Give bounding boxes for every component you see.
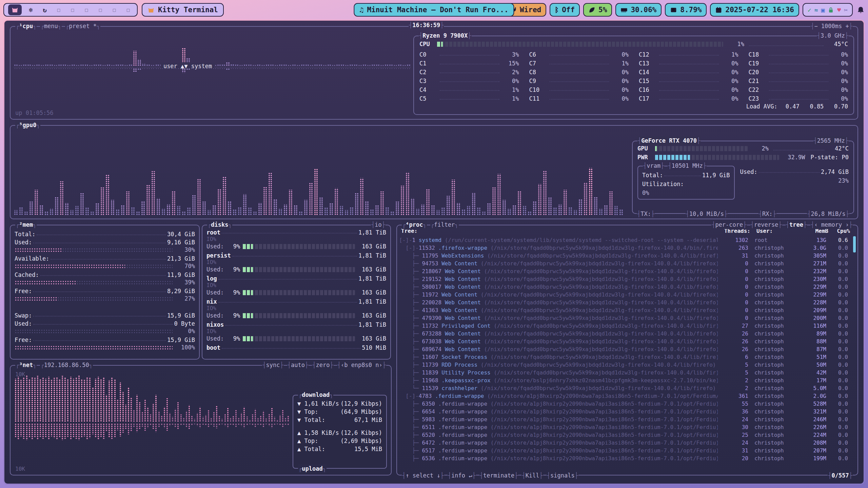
info-hint[interactable]: info ↵ [448,471,476,480]
process-row[interactable]: ├─ 6654 .ferdium-wrappe (/nix/store/a1pj… [399,408,852,415]
mem-meter-row: 70% [15,262,195,270]
process-row[interactable]: [-]-11532 .firefox-wrappe (/nix/store/fq… [399,244,852,252]
cpu-core-row: C140% [639,67,738,76]
process-row[interactable]: ├─ 11968 .keepassxc-prox (/nix/store/bsl… [399,377,852,384]
auto-tab[interactable]: auto [287,361,309,369]
interface-switcher[interactable]: ‹b enp8s0 n› [337,361,386,369]
process-row[interactable]: ├─ 6517 .ferdium-wrappe (/nix/store/a1pj… [399,447,852,454]
cpu-total-pct: 1% [727,41,744,47]
disk-module[interactable]: 8.79% [665,3,707,17]
cat-icon[interactable] [8,4,22,15]
check-tray-icon[interactable]: ✓ [808,6,811,14]
window-title-module[interactable]: Kitty Terminal [142,3,224,17]
process-row[interactable]: [-]-1 systemd (/run/current-system/syste… [399,236,852,244]
bluetooth-module[interactable]: ᛒOff [550,3,580,17]
process-row[interactable]: ├─ 6472 .ferdium-wrappe (/nix/store/a1pj… [399,439,852,447]
signals-hint[interactable]: signals [547,471,578,480]
process-row[interactable]: ├─ 689674 Web Content (/nix/store/fqadd0… [399,345,852,353]
process-row[interactable]: ├─ 11839 Utility Process (/nix/store/fqa… [399,369,852,377]
process-row[interactable]: ├─ 6511 .ferdium-wrappe (/nix/store/a1pj… [399,423,852,431]
process-row[interactable]: ├─ 6536 .ferdium-wrappe (/nix/store/a1pj… [399,454,852,462]
memory-tab[interactable]: ²mem [15,220,37,229]
zero-tab[interactable]: zero [312,361,333,369]
lock-tray-icon[interactable] [828,7,834,13]
ip-address-tab: 192.168.86.50 [40,361,93,369]
app-icon[interactable]: □ [123,5,133,15]
btop-app: ¹cpu menu preset * 16:36:59 − 1000ms + u… [4,21,864,484]
terminate-hint[interactable]: terminate [479,471,518,480]
clock-value: 2025-07-22 16:36 [725,6,794,14]
update-interval[interactable]: − 1000ms + [810,22,853,30]
cpu-graph-divider: user ▲▼ system [14,67,411,67]
per-core-tab[interactable]: per-core [711,220,747,229]
heart-tray-icon[interactable]: ♥ [837,6,841,14]
square-tray-icon[interactable]: ▣ [821,6,825,14]
preset-tab[interactable]: preset * [65,22,100,30]
cpu-panel-tabs: ¹cpu menu preset * [15,22,100,30]
sort-column-selector[interactable]: ‹ memory › [810,220,853,229]
mem-stat-row: Available:21,3 GiB [15,254,195,262]
scissors-tray-icon[interactable]: ✂ [844,6,848,14]
process-row[interactable]: ├─ 11732 Privileged Cont (/nix/store/fqa… [399,322,852,330]
bell-icon[interactable] [857,6,865,14]
vram-used-row: Used: 2,74 GiB [740,166,849,175]
memory-module[interactable]: 30.06% [615,3,662,17]
app-icon[interactable]: □ [96,5,105,15]
app-icon[interactable]: □ [68,5,77,15]
vram-used-leader [759,172,820,173]
process-row[interactable]: ├─ 673288 Web Content (/nix/store/fqadd0… [399,330,852,338]
process-row[interactable]: ├─ 11607 Socket Process (/nix/store/fqad… [399,353,852,361]
process-row[interactable]: ├─ 11972 Web Content (/nix/store/fqadd0b… [399,291,852,299]
app-icon[interactable]: □ [54,5,63,15]
app-icon[interactable]: □ [82,5,91,15]
process-row[interactable]: ├─ 219152 Web Content (/nix/store/fqadd0… [399,275,852,283]
cpu-tab[interactable]: ¹cpu [15,22,37,30]
process-row[interactable]: ├─ 6520 .ferdium-wrappe (/nix/store/a1pj… [399,431,852,439]
upload-stats: ▲ 1,58 KiB/s(12,6 Kibps)▲ Top:(2,69 Mibp… [297,429,382,453]
process-row[interactable]: ├─ 41363 Web Content (/nix/store/fqadd0b… [399,306,852,314]
wave-tray-icon[interactable]: ≈ [814,6,818,14]
process-row[interactable]: ├─ 5983 .ferdium-wrappe (/nix/store/a1pj… [399,415,852,423]
bluetooth-icon: ᛒ [555,6,559,13]
kill-hint[interactable]: Kill [521,471,543,480]
clock-module[interactable]: 2025-07-22 16:36 [710,3,799,17]
reverse-tab[interactable]: reverse [750,220,782,229]
vram-total-leader [664,176,701,176]
proc-tab[interactable]: ⁴proc [402,220,427,229]
process-row[interactable]: └─ 11539 crashhelper (/nix/store/fqadd0b… [399,384,852,392]
app-icon[interactable]: □ [110,5,119,15]
music-module[interactable]: ♫ Minuit Machine – Don't Run Fro... [354,3,514,17]
select-hint[interactable]: ↑ select ↓ [402,471,444,480]
process-row[interactable]: ├─ 479390 Web Content (/nix/store/fqadd0… [399,314,852,322]
process-row[interactable]: ├─ 11795 WebExtensions (/nix/store/fqadd… [399,252,852,260]
gpu-usage-graph [14,130,624,215]
net-tab[interactable]: ³net [15,361,37,369]
process-row[interactable]: ├─ 580017 Web Content (/nix/store/fqadd0… [399,283,852,291]
disks-tab[interactable]: disks [207,220,232,229]
disks-panel: disks io root1,81 TiBIO%Used:9%163 GiBpe… [202,225,391,360]
process-row[interactable]: ├─ 218067 Web Content (/nix/store/fqadd0… [399,267,852,275]
process-scrollbar[interactable] [853,236,856,469]
process-row[interactable]: [-]-4783 .ferdium-wrappe (/nix/store/a1p… [399,392,852,400]
mem-meter-row: 100% [15,343,195,351]
process-row[interactable]: ├─ 94753 Web Content (/nix/store/fqadd0b… [399,260,852,267]
refresh-icon[interactable]: ↻ [40,5,50,15]
gpu-tab[interactable]: ⁵gpu0 [15,121,40,129]
menu-tab[interactable]: menu [40,22,61,30]
tree-tab[interactable]: tree [786,220,807,229]
disk-entry: log1,81 TiBIO%Used:9%163 GiB [206,275,386,296]
filter-tab[interactable]: filter [430,220,459,229]
gpu-model-tabs: GeForce RTX 4070 [637,136,701,145]
snowflake-icon[interactable]: ❄ [26,5,36,15]
process-row[interactable]: ├─ 11739 RDD Process (/nix/store/fqadd0b… [399,361,852,369]
vram-util-value-row: 0% [642,187,730,196]
io-mode-tab[interactable]: io [371,220,386,229]
sync-tab[interactable]: sync [262,361,283,369]
cpu-load-module[interactable]: 5% [583,3,612,17]
mem-stat-row: Total:30,4 GiB [15,229,195,238]
upload-graph [15,423,289,470]
process-row[interactable]: ├─ 220028 Web Content (/nix/store/fqadd0… [399,299,852,306]
process-row[interactable]: ├─ 673038 Web Content (/nix/store/fqadd0… [399,338,852,345]
process-row[interactable]: ├─ 6350 .ferdium-wrappe (/nix/store/a1pj… [399,400,852,408]
memory-panel: ²mem Total:30,4 GiBUsed:9,16 GiB30%Avail… [10,225,200,360]
